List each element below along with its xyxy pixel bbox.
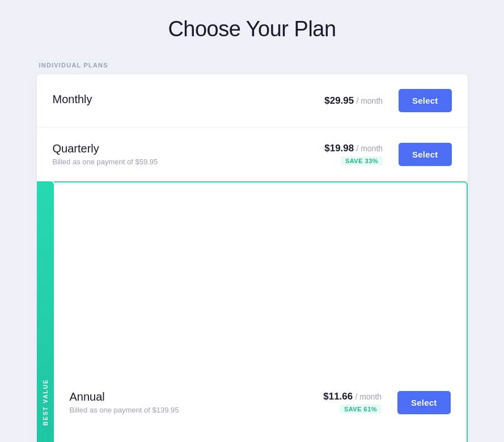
annual-billing-note: Billed as one payment of $139.95 xyxy=(70,406,291,414)
plan-row-quarterly: Quarterly Billed as one payment of $59.9… xyxy=(37,128,468,181)
annual-plan-name: Annual xyxy=(70,390,291,403)
monthly-plan-name: Monthly xyxy=(53,93,293,106)
monthly-period: / month xyxy=(356,96,383,105)
plan-row-monthly: Monthly $29.95 / month Select xyxy=(37,74,468,128)
quarterly-plan-info: Quarterly Billed as one payment of $59.9… xyxy=(53,142,293,166)
monthly-plan-info: Monthly xyxy=(53,93,293,108)
monthly-select-button[interactable]: Select xyxy=(399,89,451,112)
individual-plans-label: INDIVIDUAL PLANS xyxy=(37,62,468,69)
individual-plans-section: INDIVIDUAL PLANS Monthly $29.95 / month … xyxy=(37,62,468,442)
quarterly-price-line: $19.98 / month xyxy=(324,143,383,154)
annual-price-line: $11.66 / month xyxy=(323,391,382,402)
quarterly-period: / month xyxy=(356,144,383,153)
annual-plan-pricing: $11.66 / month SAVE 61% xyxy=(291,391,382,414)
plan-row-annual-outer: BEST VALUE Annual Billed as one payment … xyxy=(37,181,468,442)
annual-period: / month xyxy=(355,392,382,401)
individual-plan-group: Monthly $29.95 / month Select Quarterly … xyxy=(37,74,468,442)
quarterly-save-badge: SAVE 33% xyxy=(341,156,383,165)
quarterly-select-button[interactable]: Select xyxy=(399,143,451,166)
annual-save-badge: SAVE 61% xyxy=(340,405,382,414)
page-title: Choose Your Plan xyxy=(37,17,468,41)
monthly-price-line: $29.95 / month xyxy=(324,95,383,107)
monthly-plan-pricing: $29.95 / month xyxy=(292,95,383,107)
best-value-ribbon: BEST VALUE xyxy=(37,181,54,442)
annual-plan-info: Annual Billed as one payment of $139.95 xyxy=(70,390,291,414)
quarterly-billing-note: Billed as one payment of $59.95 xyxy=(53,158,293,166)
monthly-price-amount: $29.95 xyxy=(324,95,354,106)
annual-select-button[interactable]: Select xyxy=(397,391,450,414)
quarterly-plan-name: Quarterly xyxy=(53,142,293,155)
plan-row-annual-inner: Annual Billed as one payment of $139.95 … xyxy=(54,181,468,442)
quarterly-price-amount: $19.98 xyxy=(324,143,354,154)
annual-price-amount: $11.66 xyxy=(323,391,353,402)
page-container: Choose Your Plan INDIVIDUAL PLANS Monthl… xyxy=(37,17,468,442)
quarterly-plan-pricing: $19.98 / month SAVE 33% xyxy=(292,143,383,165)
